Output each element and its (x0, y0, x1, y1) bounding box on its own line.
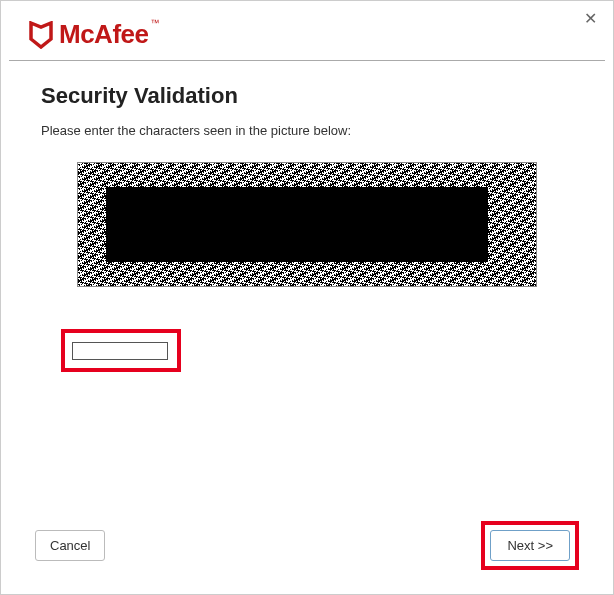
page-title: Security Validation (41, 83, 573, 109)
brand-tm: ™ (150, 18, 159, 28)
next-highlight-box: Next >> (481, 521, 579, 570)
captcha-redacted-area (106, 187, 488, 262)
header: McAfee ™ (1, 1, 613, 60)
captcha-image (77, 162, 537, 287)
brand-name: McAfee (59, 19, 148, 50)
captcha-input[interactable] (72, 342, 168, 360)
next-button[interactable]: Next >> (490, 530, 570, 561)
close-button[interactable]: ✕ (576, 5, 605, 32)
instruction-text: Please enter the characters seen in the … (41, 123, 573, 138)
input-highlight-box (61, 329, 181, 372)
brand-logo: McAfee ™ (29, 19, 585, 50)
cancel-button[interactable]: Cancel (35, 530, 105, 561)
shield-icon (29, 21, 53, 49)
footer-buttons: Cancel Next >> (1, 521, 613, 570)
main-content: Security Validation Please enter the cha… (1, 61, 613, 392)
